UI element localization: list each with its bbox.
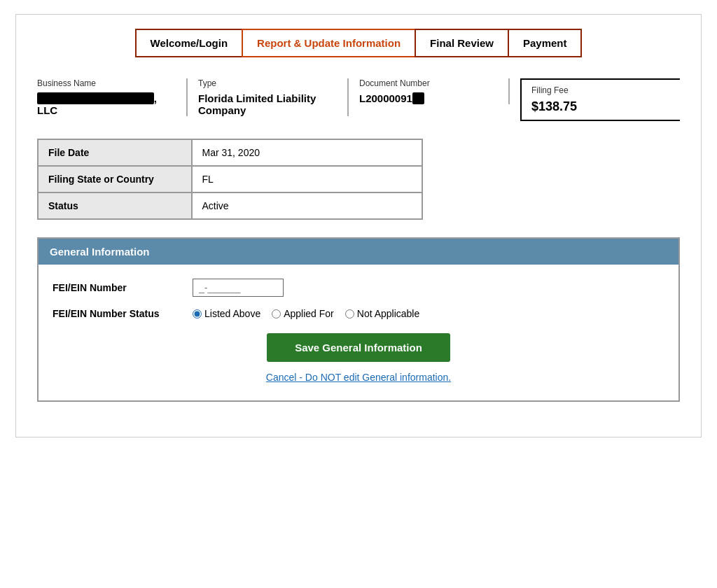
table-row-filedate: File Date Mar 31, 2020: [38, 139, 422, 166]
radio-group: Listed Above Applied For Not Applicable: [193, 308, 419, 319]
table-row-status: Status Active: [38, 192, 422, 219]
status-label: Status: [38, 192, 192, 219]
radio-listed-label: Listed Above: [204, 308, 260, 319]
fein-status-row: FEI/EIN Number Status Listed Above Appli…: [53, 308, 664, 319]
business-name-label: Business Name: [37, 78, 176, 88]
info-table: File Date Mar 31, 2020 Filing State or C…: [37, 139, 423, 220]
filing-fee-field: Filing Fee $138.75: [520, 78, 680, 121]
filing-state-value: FL: [192, 166, 422, 192]
filing-fee-label: Filing Fee: [531, 85, 670, 95]
redacted-name: [37, 92, 154, 104]
business-name-suffix: LLC: [37, 104, 57, 116]
radio-na-label: Not Applicable: [357, 308, 420, 319]
redacted-doc: [412, 92, 424, 104]
document-number-value: L20000091: [359, 92, 498, 104]
radio-applied-for[interactable]: Applied For: [272, 308, 334, 319]
status-value: Active: [192, 192, 422, 219]
radio-listed-above[interactable]: Listed Above: [193, 308, 260, 319]
tab-report[interactable]: Report & Update Information: [242, 29, 415, 57]
radio-applied-input[interactable]: [272, 309, 281, 318]
general-info-header: General Information: [39, 239, 678, 265]
business-name-field: Business Name , LLC: [37, 78, 188, 116]
filedate-value: Mar 31, 2020: [192, 139, 422, 166]
general-info-body: FEI/EIN Number FEI/EIN Number Status Lis…: [39, 265, 678, 400]
radio-na-input[interactable]: [345, 309, 354, 318]
fein-status-label: FEI/EIN Number Status: [53, 308, 193, 319]
business-header: Business Name , LLC Type Florida Limited…: [37, 78, 680, 121]
radio-not-applicable[interactable]: Not Applicable: [345, 308, 420, 319]
radio-applied-label: Applied For: [284, 308, 334, 319]
filedate-label: File Date: [38, 139, 192, 166]
fein-label: FEI/EIN Number: [53, 282, 193, 293]
document-number-label: Document Number: [359, 78, 498, 88]
filing-fee-value: $138.75: [531, 99, 670, 114]
business-type-label: Type: [198, 78, 337, 88]
cancel-link[interactable]: Cancel - Do NOT edit General information…: [53, 372, 664, 383]
tab-final-review[interactable]: Final Review: [415, 29, 508, 57]
save-button-wrapper: Save General Information: [53, 333, 664, 362]
fein-input[interactable]: [193, 279, 284, 297]
nav-tabs: Welcome/Login Report & Update Informatio…: [37, 29, 680, 57]
fein-row: FEI/EIN Number: [53, 279, 664, 297]
filing-state-label: Filing State or Country: [38, 166, 192, 192]
table-row-filing-state: Filing State or Country FL: [38, 166, 422, 192]
business-type-field: Type Florida Limited Liability Company: [198, 78, 349, 116]
tab-welcome[interactable]: Welcome/Login: [135, 29, 242, 57]
radio-listed-input[interactable]: [193, 309, 202, 318]
document-number-field: Document Number L20000091: [359, 78, 510, 104]
page-wrapper: Welcome/Login Report & Update Informatio…: [15, 14, 702, 438]
general-info-section: General Information FEI/EIN Number FEI/E…: [37, 237, 680, 402]
tab-payment[interactable]: Payment: [508, 29, 583, 57]
save-general-info-button[interactable]: Save General Information: [267, 333, 450, 362]
business-name-value: , LLC: [37, 92, 176, 116]
business-type-value: Florida Limited Liability Company: [198, 92, 337, 116]
